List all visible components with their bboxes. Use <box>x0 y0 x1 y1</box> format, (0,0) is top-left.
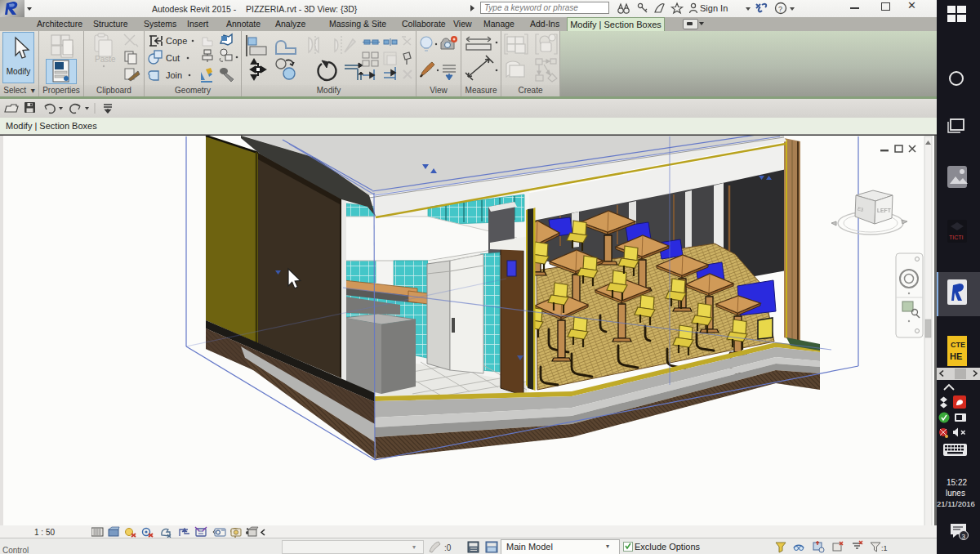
svg-text:lunes: lunes <box>946 489 965 498</box>
svg-text:?: ? <box>778 5 782 13</box>
svg-text::1: :1 <box>881 544 888 552</box>
svg-text:3: 3 <box>962 533 966 540</box>
svg-text:CTE: CTE <box>951 341 965 349</box>
svg-text:TICTI: TICTI <box>949 235 964 240</box>
svg-text:21/11/2016: 21/11/2016 <box>937 499 975 508</box>
svg-text:HE: HE <box>950 351 962 361</box>
svg-text:LEFT: LEFT <box>877 208 892 213</box>
svg-text:Cut: Cut <box>166 53 180 63</box>
svg-text:15:22: 15:22 <box>947 478 967 487</box>
svg-text::0: :0 <box>444 543 452 552</box>
svg-text:Cope: Cope <box>166 36 187 46</box>
svg-text:Sign In: Sign In <box>700 3 728 13</box>
svg-text:Join: Join <box>166 70 182 80</box>
svg-text:Paste: Paste <box>95 55 116 64</box>
